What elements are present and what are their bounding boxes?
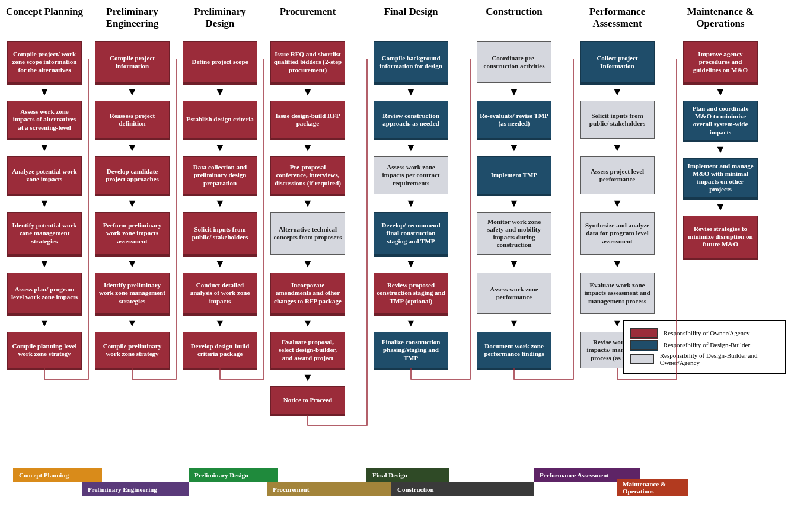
process-box: Develop candidate project approaches xyxy=(95,156,170,194)
down-arrow-icon: ▼ xyxy=(715,144,726,155)
phase-strip: Concept PlanningPreliminary EngineeringP… xyxy=(6,468,785,498)
process-box: Pre-proposal conference, interviews, dis… xyxy=(270,156,345,194)
phase-label: Concept Planning xyxy=(13,468,102,482)
process-box: Assess plan/ program level work zone imp… xyxy=(7,273,82,314)
process-box: Review proposed construction staging and… xyxy=(374,273,448,314)
down-arrow-icon: ▼ xyxy=(215,86,225,97)
column-6: Performance AssessmentCollect project In… xyxy=(579,6,656,368)
process-box: Compile background information for desig… xyxy=(374,41,448,83)
process-box: Perform preliminary work zone impacts as… xyxy=(95,212,170,255)
column-header: Preliminary Engineering xyxy=(94,6,171,38)
down-arrow-icon: ▼ xyxy=(215,142,225,153)
process-box: Review construction approach, as needed xyxy=(374,101,448,139)
process-box: Incorporate amendments and other changes… xyxy=(270,273,345,314)
column-0: Concept PlanningCompile project/ work zo… xyxy=(6,6,83,368)
column-header: Construction xyxy=(486,6,542,38)
column-header: Procurement xyxy=(280,6,336,38)
process-box: Finalize construction phasing/staging an… xyxy=(374,332,448,368)
down-arrow-icon: ▼ xyxy=(302,142,313,153)
down-arrow-icon: ▼ xyxy=(215,318,225,328)
down-arrow-icon: ▼ xyxy=(509,318,519,328)
process-box: Monitor work zone safety and mobility im… xyxy=(477,212,551,255)
process-box: Data collection and preliminary design p… xyxy=(183,156,257,194)
down-arrow-icon: ▼ xyxy=(509,86,519,97)
legend: Responsibility of Owner/AgencyResponsibi… xyxy=(623,320,786,374)
down-arrow-icon: ▼ xyxy=(509,142,519,153)
down-arrow-icon: ▼ xyxy=(302,372,313,383)
down-arrow-icon: ▼ xyxy=(406,198,416,209)
process-box: Implement and manage M&O with minimal im… xyxy=(683,158,758,198)
process-box: Improve agency procedures and guidelines… xyxy=(683,41,758,83)
process-box: Compile preliminary work zone strategy xyxy=(95,332,170,368)
column-7: Maintenance & OperationsImprove agency p… xyxy=(682,6,759,258)
down-arrow-icon: ▼ xyxy=(612,142,623,153)
down-arrow-icon: ▼ xyxy=(715,201,726,212)
down-arrow-icon: ▼ xyxy=(406,258,416,269)
down-arrow-icon: ▼ xyxy=(127,198,138,209)
down-arrow-icon: ▼ xyxy=(215,198,225,209)
legend-swatch xyxy=(630,340,658,350)
process-box: Document work zone performance findings xyxy=(477,332,551,368)
process-box: Conduct detailed analysis of work zone i… xyxy=(183,273,257,314)
process-box: Reassess project definition xyxy=(95,101,170,139)
down-arrow-icon: ▼ xyxy=(715,86,726,97)
process-box: Define project scope xyxy=(183,41,257,83)
process-box: Issue RFQ and shortlist qualified bidder… xyxy=(270,41,345,83)
down-arrow-icon: ▼ xyxy=(612,318,623,328)
process-box: Compile project information xyxy=(95,41,170,83)
process-box: Collect project Information xyxy=(580,41,655,83)
down-arrow-icon: ▼ xyxy=(406,318,416,328)
phase-label: Preliminary Design xyxy=(189,468,278,482)
process-box: Notice to Proceed xyxy=(270,386,345,415)
process-box: Analyze potential work zone impacts xyxy=(7,156,82,194)
process-box: Develop/ recommend final construction st… xyxy=(374,212,448,255)
column-header: Maintenance & Operations xyxy=(682,6,759,38)
down-arrow-icon: ▼ xyxy=(302,198,313,209)
phase-label: Preliminary Engineering xyxy=(82,482,189,496)
process-box: Coordinate pre-construction activities xyxy=(477,41,551,83)
legend-row: Responsibility of Owner/Agency xyxy=(630,328,779,338)
process-box: Implement TMP xyxy=(477,156,551,194)
column-3: ProcurementIssue RFQ and shortlist quali… xyxy=(269,6,346,415)
down-arrow-icon: ▼ xyxy=(39,198,50,209)
process-box: Re-evaluate/ revise TMP (as needed) xyxy=(477,101,551,139)
down-arrow-icon: ▼ xyxy=(127,258,138,269)
down-arrow-icon: ▼ xyxy=(39,142,50,153)
down-arrow-icon: ▼ xyxy=(39,318,50,328)
down-arrow-icon: ▼ xyxy=(302,318,313,328)
phase-label: Final Design xyxy=(366,468,449,482)
process-box: Assess project level performance xyxy=(580,156,655,194)
column-header: Concept Planning xyxy=(6,6,83,38)
process-box: Evaluate proposal, select design-builder… xyxy=(270,332,345,368)
phase-label: Procurement xyxy=(267,482,391,496)
down-arrow-icon: ▼ xyxy=(612,198,623,209)
down-arrow-icon: ▼ xyxy=(39,86,50,97)
process-box: Alternative technical concepts from prop… xyxy=(270,212,345,255)
down-arrow-icon: ▼ xyxy=(509,258,519,269)
down-arrow-icon: ▼ xyxy=(509,198,519,209)
process-box: Compile planning-level work zone strateg… xyxy=(7,332,82,368)
column-header: Final Design xyxy=(384,6,438,38)
down-arrow-icon: ▼ xyxy=(39,258,50,269)
process-box: Solicit inputs from public/ stakeholders xyxy=(580,101,655,139)
legend-row: Responsibility of Design-Builder xyxy=(630,340,779,350)
legend-label: Responsibility of Design-Builder and Own… xyxy=(660,352,779,366)
process-box: Identify potential work zone management … xyxy=(7,212,82,255)
column-header: Performance Assessment xyxy=(579,6,656,38)
column-header: Preliminary Design xyxy=(181,6,259,38)
down-arrow-icon: ▼ xyxy=(406,142,416,153)
process-box: Assess work zone impacts per contract re… xyxy=(374,156,448,194)
process-box: Establish design criteria xyxy=(183,101,257,139)
down-arrow-icon: ▼ xyxy=(406,86,416,97)
process-box: Assess work zone impacts of alternatives… xyxy=(7,101,82,139)
column-2: Preliminary DesignDefine project scope▼E… xyxy=(181,6,259,368)
down-arrow-icon: ▼ xyxy=(302,86,313,97)
legend-swatch xyxy=(630,328,658,338)
down-arrow-icon: ▼ xyxy=(215,258,225,269)
legend-row: Responsibility of Design-Builder and Own… xyxy=(630,352,779,366)
process-box: Identify preliminary work zone managemen… xyxy=(95,273,170,314)
process-box: Solicit inputs from public/ stakeholders xyxy=(183,212,257,255)
down-arrow-icon: ▼ xyxy=(127,318,138,328)
process-box: Evaluate work zone impacts assessment an… xyxy=(580,273,655,314)
legend-label: Responsibility of Owner/Agency xyxy=(664,329,749,336)
